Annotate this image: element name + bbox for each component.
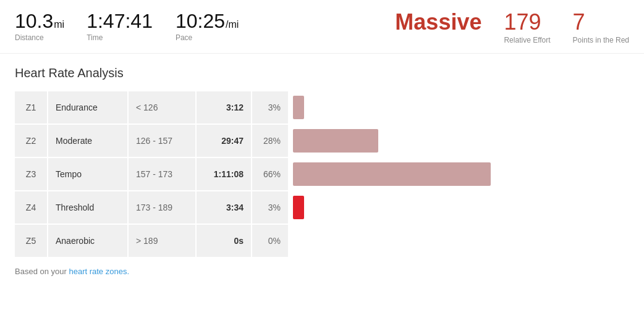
main-content: Heart Rate Analysis Z1Endurance< 1263:12… bbox=[0, 54, 644, 286]
zone-time: 3:12 bbox=[195, 91, 251, 125]
massive-label: Massive bbox=[395, 11, 481, 33]
table-row: Z3Tempo157 - 1731:11:0866% bbox=[15, 158, 629, 191]
zone-pct: 66% bbox=[251, 158, 288, 191]
header: 10.3miDistance1:47:41Time10:25/miPaceMas… bbox=[0, 0, 644, 54]
zone-bar bbox=[293, 196, 304, 219]
stat-label: Time bbox=[87, 33, 153, 42]
zone-pct: 3% bbox=[251, 191, 288, 225]
table-row: Z4Threshold173 - 1893:343% bbox=[15, 191, 629, 225]
stat-label: Distance bbox=[15, 33, 64, 42]
header-right: Massive179Relative Effort7Points in the … bbox=[395, 11, 629, 44]
zone-time: 3:34 bbox=[195, 191, 251, 225]
stat-col-1: 1:47:41Time bbox=[87, 11, 153, 42]
table-row: Z1Endurance< 1263:123% bbox=[15, 91, 629, 125]
zone-name: Anaerobic bbox=[47, 225, 127, 258]
zone-range: > 189 bbox=[127, 225, 195, 258]
zone-pct: 0% bbox=[251, 225, 288, 258]
zone-bar-cell bbox=[288, 158, 629, 191]
zone-id: Z5 bbox=[15, 225, 47, 258]
zone-id: Z4 bbox=[15, 191, 47, 225]
zone-name: Threshold bbox=[47, 191, 127, 225]
zone-time: 0s bbox=[195, 225, 251, 258]
zone-pct: 28% bbox=[251, 125, 288, 158]
stat-unit: /mi bbox=[226, 19, 239, 30]
zone-pct: 3% bbox=[251, 91, 288, 125]
zone-id: Z3 bbox=[15, 158, 47, 191]
zone-bar-cell bbox=[288, 225, 629, 258]
stat-label: Pace bbox=[176, 33, 239, 42]
relative-effort-label: Relative Effort bbox=[504, 36, 550, 44]
zone-bar-cell bbox=[288, 91, 629, 125]
zone-bar bbox=[293, 129, 378, 153]
relative-effort-col: 179Relative Effort bbox=[504, 11, 550, 44]
table-row: Z5Anaerobic> 1890s0% bbox=[15, 225, 629, 258]
zone-time: 29:47 bbox=[195, 125, 251, 158]
zone-range: 157 - 173 bbox=[127, 158, 195, 191]
zone-name: Tempo bbox=[47, 158, 127, 191]
hr-table: Z1Endurance< 1263:123%Z2Moderate126 - 15… bbox=[15, 91, 629, 258]
footer-note: Based on your heart rate zones. bbox=[15, 267, 629, 276]
stat-value: 10.3 bbox=[15, 11, 53, 31]
stat-value: 1:47:41 bbox=[87, 11, 153, 31]
relative-effort-value: 179 bbox=[504, 11, 550, 33]
points-red-value: 7 bbox=[573, 11, 629, 33]
section-title: Heart Rate Analysis bbox=[15, 66, 629, 80]
zone-range: < 126 bbox=[127, 91, 195, 125]
stat-col-2: 10:25/miPace bbox=[176, 11, 239, 42]
footer-text-before: Based on your bbox=[15, 267, 69, 276]
stat-value: 10:25 bbox=[176, 11, 225, 31]
points-red-label: Points in the Red bbox=[573, 36, 629, 44]
stat-col-0: 10.3miDistance bbox=[15, 11, 64, 42]
stat-unit: mi bbox=[54, 19, 64, 30]
heart-rate-zones-link[interactable]: heart rate zones. bbox=[69, 267, 129, 276]
zone-bar-cell bbox=[288, 125, 629, 158]
zone-name: Moderate bbox=[47, 125, 127, 158]
zone-range: 173 - 189 bbox=[127, 191, 195, 225]
zone-id: Z2 bbox=[15, 125, 47, 158]
points-red-col: 7Points in the Red bbox=[573, 11, 629, 44]
zone-bar bbox=[293, 162, 491, 186]
zone-bar-cell bbox=[288, 191, 629, 225]
zone-time: 1:11:08 bbox=[195, 158, 251, 191]
zone-name: Endurance bbox=[47, 91, 127, 125]
zone-id: Z1 bbox=[15, 91, 47, 125]
massive-col: Massive bbox=[395, 11, 481, 33]
zone-range: 126 - 157 bbox=[127, 125, 195, 158]
table-row: Z2Moderate126 - 15729:4728% bbox=[15, 125, 629, 158]
stats-group: 10.3miDistance1:47:41Time10:25/miPace bbox=[15, 11, 261, 42]
zone-bar bbox=[293, 96, 304, 119]
